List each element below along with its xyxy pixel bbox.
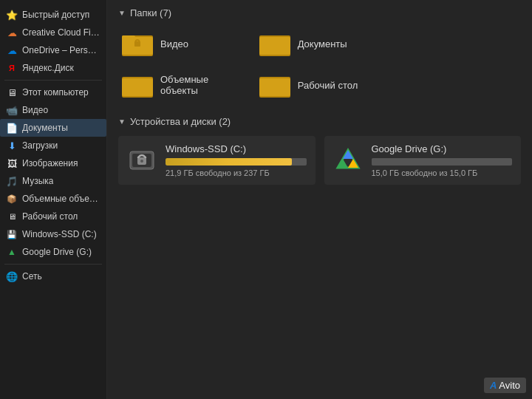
sidebar-item-images[interactable]: 🖼 Изображения	[0, 154, 106, 172]
sidebar-item-label: Этот компьютер	[22, 87, 89, 98]
sidebar-item-documents[interactable]: 📄 Документы	[0, 119, 106, 137]
svg-point-13	[140, 160, 143, 163]
sidebar-item-quick-access[interactable]: ⭐ Быстрый доступ	[0, 6, 106, 24]
folder-item-video[interactable]: Видео	[118, 27, 247, 60]
gdrive-drive-icon	[333, 146, 363, 175]
sidebar-item-label: Объемные объект...	[22, 194, 100, 204]
sidebar-item-label: Загрузки	[22, 140, 58, 151]
hdd-icon: 💾	[6, 228, 18, 240]
music-icon: 🎵	[6, 175, 18, 187]
sidebar-item-label: OneDrive – Personal	[22, 45, 100, 55]
ssd-space: 21,9 ГБ свободно из 237 ГБ	[166, 168, 307, 177]
device-windows-ssd[interactable]: Windows-SSD (C:) 21,9 ГБ свободно из 237…	[118, 136, 316, 185]
folders-section-title: Папки (7)	[130, 7, 171, 18]
folder-3dobjects-label: Объемные объекты	[160, 74, 243, 96]
devices-section-header: ▼ Устройства и диски (2)	[118, 116, 521, 127]
folder-desktop-label: Рабочий стол	[298, 80, 358, 91]
ssd-name: Windows-SSD (C:)	[166, 143, 307, 154]
pc-icon: 🖥	[6, 86, 18, 98]
folder-video-label: Видео	[160, 38, 188, 50]
sidebar-item-this-pc[interactable]: 🖥 Этот компьютер	[0, 83, 106, 101]
sidebar-item-label: Документы	[22, 123, 68, 133]
gdrive-info: Google Drive (G:) 15,0 ГБ свободно из 15…	[372, 143, 513, 177]
sidebar-item-label: Windows-SSD (C:)	[22, 229, 97, 239]
yandex-icon: Я	[6, 62, 18, 74]
sidebar-item-label: Быстрый доступ	[22, 10, 89, 20]
sidebar-item-label: Музыка	[22, 176, 53, 186]
svg-rect-3	[134, 41, 140, 47]
devices-section-title: Устройства и диски (2)	[130, 116, 231, 127]
devices-chevron-icon: ▼	[118, 117, 126, 126]
svg-rect-9	[259, 78, 290, 96]
folder-documents-label: Документы	[298, 38, 347, 50]
sidebar-item-label: Яндекс.Диск	[22, 63, 74, 73]
ssd-progress-fill	[166, 158, 292, 166]
folder-documents-icon	[259, 31, 290, 56]
gdrive-progress-bar	[372, 158, 513, 166]
cloud-cc-icon: ☁	[6, 27, 18, 38]
sidebar-item-label: Сеть	[22, 271, 42, 282]
sidebar-item-network[interactable]: 🌐 Сеть	[0, 267, 106, 285]
network-icon: 🌐	[6, 270, 18, 282]
video-folder-icon: 📹	[6, 104, 18, 116]
sidebar-item-music[interactable]: 🎵 Музыка	[0, 172, 106, 190]
sidebar-item-label: Creative Cloud Files	[22, 27, 100, 38]
devices-grid: Windows-SSD (C:) 21,9 ГБ свободно из 237…	[118, 136, 521, 185]
svg-rect-7	[122, 78, 153, 96]
ssd-drive-icon	[127, 146, 157, 175]
folder-video-icon	[122, 31, 153, 56]
svg-rect-5	[259, 37, 290, 55]
folder-item-desktop[interactable]: Рабочий стол	[256, 69, 384, 101]
sidebar-item-video[interactable]: 📹 Видео	[0, 101, 106, 119]
ssd-progress-bar	[166, 158, 307, 166]
sidebar: ⭐ Быстрый доступ ☁ Creative Cloud Files …	[0, 0, 107, 399]
folders-grid: Видео Документы Объемные объекты	[118, 27, 521, 101]
folder-3dobjects-icon	[122, 72, 153, 98]
sidebar-item-label: Google Drive (G:)	[22, 247, 92, 257]
sidebar-item-downloads[interactable]: ⬇ Загрузки	[0, 137, 106, 154]
sidebar-item-onedrive[interactable]: ☁ OneDrive – Personal	[0, 41, 106, 59]
sidebar-item-yandex[interactable]: Я Яндекс.Диск	[0, 59, 106, 77]
star-icon: ⭐	[6, 9, 18, 21]
chevron-icon: ▼	[118, 9, 126, 17]
downloads-icon: ⬇	[6, 140, 18, 151]
sidebar-item-google-drive[interactable]: ▲ Google Drive (G:)	[0, 243, 106, 261]
folder-item-empty1	[392, 27, 521, 60]
3d-objects-icon: 📦	[6, 193, 18, 205]
gdrive-name: Google Drive (G:)	[372, 143, 513, 154]
sidebar-item-label: Видео	[22, 105, 48, 115]
documents-folder-icon: 📄	[6, 122, 18, 134]
main-content: ▼ Папки (7) Видео	[107, 0, 532, 399]
folder-desktop-icon	[259, 72, 290, 98]
sidebar-item-desktop[interactable]: 🖥 Рабочий стол	[0, 208, 106, 225]
sidebar-item-windows-ssd[interactable]: 💾 Windows-SSD (C:)	[0, 225, 106, 243]
folders-section-header: ▼ Папки (7)	[118, 7, 521, 18]
sidebar-item-label: Рабочий стол	[22, 211, 78, 222]
gdrive-progress-fill	[372, 158, 375, 166]
ssd-info: Windows-SSD (C:) 21,9 ГБ свободно из 237…	[166, 143, 307, 177]
sidebar-item-creative-cloud[interactable]: ☁ Creative Cloud Files	[0, 24, 106, 41]
sidebar-item-3d-objects[interactable]: 📦 Объемные объект...	[0, 190, 106, 208]
images-icon: 🖼	[6, 157, 18, 169]
desktop-icon: 🖥	[6, 211, 18, 222]
sidebar-item-label: Изображения	[22, 158, 78, 168]
cloud-onedrive-icon: ☁	[6, 44, 18, 56]
gdrive-icon: ▲	[6, 246, 18, 258]
folder-item-documents[interactable]: Документы	[256, 27, 384, 60]
device-google-drive[interactable]: Google Drive (G:) 15,0 ГБ свободно из 15…	[324, 136, 522, 185]
folder-item-3dobjects[interactable]: Объемные объекты	[118, 69, 247, 101]
gdrive-space: 15,0 ГБ свободно из 15,0 ГБ	[372, 168, 513, 177]
